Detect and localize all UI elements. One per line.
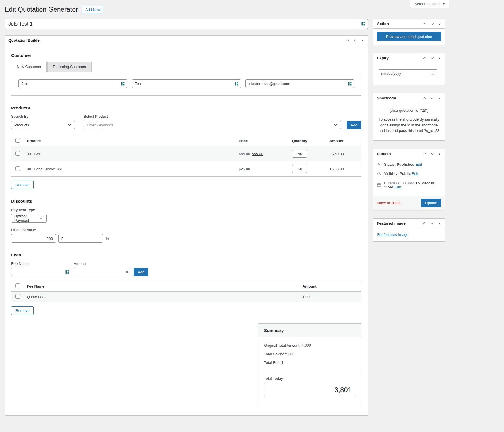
product-row-checkbox[interactable] — [15, 151, 20, 156]
published-label: Published on: — [384, 181, 407, 185]
fee-name-input[interactable] — [11, 268, 71, 276]
move-down-icon[interactable] — [430, 56, 435, 60]
pin-icon — [377, 162, 381, 167]
select-all-fees-checkbox[interactable] — [15, 284, 20, 288]
edit-status-link[interactable]: Edit — [416, 162, 422, 167]
select-product-dropdown[interactable]: Enter Keywords — [84, 121, 341, 129]
product-row-checkbox[interactable] — [15, 166, 20, 171]
price-original: $65.00 — [239, 152, 250, 156]
add-product-button[interactable]: Add — [347, 121, 361, 129]
product-name: 38 - Long Sleeve Tee — [24, 161, 236, 177]
move-up-icon[interactable] — [346, 38, 350, 43]
collapse-icon[interactable]: ▲ — [437, 152, 441, 156]
featured-image-panel: Featured image ▲ Set featured image — [373, 218, 445, 242]
admin-page: Screen Options ▼ Edit Quotation Generato… — [0, 0, 504, 432]
grammarly-icon[interactable] — [348, 82, 352, 86]
quantity-input[interactable] — [292, 150, 307, 158]
move-down-icon[interactable] — [430, 221, 435, 225]
move-down-icon[interactable] — [430, 22, 435, 26]
search-by-label: Search By — [11, 114, 75, 119]
screen-options-caret-icon: ▼ — [443, 3, 445, 5]
select-all-products-checkbox[interactable] — [15, 138, 20, 143]
fee-amount-input[interactable] — [74, 268, 131, 276]
visibility-row: Visibility: Public Edit — [377, 171, 441, 176]
post-title-input[interactable] — [5, 19, 368, 29]
move-up-icon[interactable] — [422, 56, 427, 60]
collapse-icon[interactable]: ▲ — [437, 22, 441, 26]
grammarly-icon[interactable] — [234, 82, 239, 86]
expiry-panel-title: Expiry — [377, 56, 389, 60]
grammarly-icon[interactable] — [361, 22, 365, 26]
collapse-icon[interactable]: ▲ — [437, 56, 441, 60]
total-today-label: Total Today — [264, 376, 355, 381]
product-name: 33 - Belt — [24, 146, 236, 161]
remove-products-button[interactable]: Remove — [11, 181, 34, 189]
move-up-icon[interactable] — [422, 221, 427, 225]
add-fee-button[interactable]: Add — [134, 268, 148, 276]
screen-options-button[interactable]: Screen Options ▼ — [410, 0, 449, 8]
summary-original-total: Original Total Amount: 4,000 — [264, 343, 355, 348]
published-on-row: Published on: Dec 15, 2022 at 11:44 Edit — [377, 181, 441, 189]
collapse-icon[interactable]: ▲ — [437, 96, 441, 100]
publish-panel-title: Publish — [377, 152, 391, 156]
discount-value-label: Discount Value — [11, 228, 361, 232]
payment-type-select[interactable]: Upfront Payment — [11, 214, 47, 223]
expiry-panel: Expiry ▲ mm/dd/yyyy — [373, 53, 445, 85]
set-featured-image-link[interactable]: Set featured image — [377, 232, 408, 237]
move-up-icon[interactable] — [422, 22, 427, 26]
price-sale-link[interactable]: $55.00 — [252, 152, 263, 156]
fee-amount-column-header: Amount — [300, 281, 361, 292]
move-down-icon[interactable] — [430, 96, 435, 101]
fee-row-checkbox[interactable] — [15, 294, 20, 299]
move-up-icon[interactable] — [422, 151, 427, 156]
calendar-icon[interactable] — [431, 71, 435, 75]
customer-tabs: New Customer Returning Customer — [11, 62, 361, 72]
summary-panel: Summary Original Total Amount: 4,000 Tot… — [258, 323, 361, 405]
quotation-builder-panel: Quotation Builder ▲ Customer New Custome… — [5, 35, 368, 416]
shortcode-value: [thsa-quotation id="23"] — [377, 108, 441, 113]
grammarly-icon[interactable] — [121, 82, 125, 86]
post-title-field — [5, 19, 368, 29]
quotation-builder-header: Quotation Builder ▲ — [5, 36, 368, 45]
preview-send-quotation-button[interactable]: Preview and send quotation — [377, 32, 441, 41]
action-panel-title: Action — [377, 22, 389, 26]
date-placeholder: mm/dd/yyyy — [381, 71, 401, 76]
products-table: Product Price Quantity Amount 33 - Belt — [11, 136, 361, 177]
update-button[interactable]: Update — [421, 199, 441, 207]
fee-name-column-header: Fee Name — [24, 281, 300, 292]
collapse-icon[interactable]: ▲ — [437, 221, 441, 225]
panel-title: Quotation Builder — [8, 38, 41, 43]
discount-percent-input[interactable] — [58, 234, 103, 243]
fee-amount-label: Amount — [74, 261, 134, 266]
shortcode-description: To access the shortcode dynamically don'… — [377, 117, 441, 134]
quantity-input[interactable] — [292, 165, 307, 173]
customer-first-name-input[interactable] — [18, 79, 127, 88]
search-by-select[interactable]: Products — [11, 121, 75, 129]
move-to-trash-link[interactable]: Move to Trash — [377, 201, 400, 205]
remove-fees-button[interactable]: Remove — [11, 306, 34, 315]
price-column-header: Price — [236, 136, 289, 146]
shortcode-panel-title: Shortcode — [377, 96, 396, 100]
discount-amount-input[interactable] — [11, 234, 56, 243]
tab-returning-customer[interactable]: Returning Customer — [47, 62, 92, 72]
customer-email-input[interactable] — [245, 79, 354, 88]
expiry-date-input[interactable]: mm/dd/yyyy — [379, 69, 437, 77]
grammarly-icon[interactable] — [65, 270, 69, 274]
fees-heading: Fees — [11, 252, 361, 257]
screen-options-label: Screen Options — [414, 2, 440, 6]
edit-visibility-link[interactable]: Edit — [412, 171, 418, 176]
visibility-value: Public — [400, 171, 411, 176]
edit-published-link[interactable]: Edit — [394, 185, 401, 189]
move-up-icon[interactable] — [422, 96, 427, 101]
add-new-button[interactable]: Add New — [82, 6, 104, 14]
publish-panel: Publish ▲ Status: Published — [373, 149, 445, 210]
featured-image-panel-title: Featured image — [377, 221, 406, 225]
collapse-icon[interactable]: ▲ — [360, 38, 364, 43]
customer-last-name-input[interactable] — [132, 79, 241, 88]
tab-new-customer[interactable]: New Customer — [11, 62, 47, 72]
status-label: Status: — [384, 162, 396, 167]
move-down-icon[interactable] — [430, 151, 435, 156]
move-down-icon[interactable] — [353, 38, 358, 43]
total-today-value: 3,801 — [264, 383, 355, 397]
products-heading: Products — [11, 105, 361, 110]
